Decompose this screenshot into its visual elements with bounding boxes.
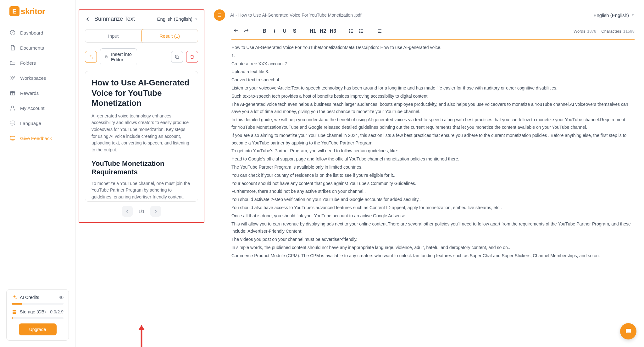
editor-line[interactable]: Convert text to speech 4. — [231, 76, 631, 84]
editor-line[interactable]: The AI-generated voice tech even helps a… — [231, 101, 631, 116]
h3-button[interactable]: H3 — [328, 26, 338, 36]
nav-label: Workspaces — [20, 75, 46, 81]
nav-label: Documents — [20, 45, 44, 51]
language-select[interactable]: English (English) — [157, 16, 198, 22]
undo-button[interactable] — [231, 26, 241, 36]
insert-icon — [105, 54, 108, 59]
editor-line[interactable]: Once all that is done, you should link y… — [231, 212, 631, 220]
undo-icon — [233, 28, 239, 34]
ai-credits-value: 40 — [58, 295, 64, 300]
pager: 1/1 — [85, 202, 198, 217]
editor-line[interactable]: In this detailed guide, we will help you… — [231, 116, 631, 131]
chat-fab[interactable] — [620, 323, 636, 339]
editor-line[interactable]: This will allow you to earn revenue by d… — [231, 220, 631, 236]
svg-point-1 — [11, 76, 12, 78]
h2-button[interactable]: H2 — [318, 26, 328, 36]
editor-line[interactable]: If you are also aiming to monetize your … — [231, 132, 631, 147]
globe-icon — [9, 120, 16, 126]
logo-icon: E — [9, 6, 19, 16]
editor-line[interactable]: Create a free XXX account 2. — [231, 60, 631, 68]
user-icon — [9, 105, 16, 111]
editor-line[interactable]: Your account should not have any content… — [231, 180, 631, 187]
editor-language-select[interactable]: English (English) — [593, 13, 635, 18]
back-icon[interactable] — [85, 16, 91, 22]
editor-line[interactable]: You should activate 2-step verification … — [231, 196, 631, 203]
nav-dashboard[interactable]: Dashboard — [5, 26, 70, 40]
italic-button[interactable]: I — [270, 26, 279, 36]
folder-icon — [9, 60, 16, 66]
redo-icon — [243, 28, 249, 34]
users-icon — [9, 75, 16, 81]
bold-button[interactable]: B — [260, 26, 269, 36]
storage-icon — [12, 309, 17, 315]
delete-button[interactable] — [186, 51, 198, 63]
nav-account[interactable]: My Account — [5, 101, 70, 115]
document-name[interactable]: AI - How to Use AI-Generated Voice For Y… — [230, 13, 588, 18]
editor-line[interactable]: Furthermore, there should not be any act… — [231, 188, 631, 195]
ai-credits-bar — [12, 303, 64, 305]
editor-line[interactable]: To get into YouTube's Partner Program, y… — [231, 147, 631, 155]
nav-label: Dashboard — [20, 30, 43, 35]
credits-box: AI Credits 40 Storage (GB) 0.0/2.9 Upgra… — [6, 289, 69, 341]
trash-icon — [190, 54, 195, 59]
editor-line[interactable]: Such text-to-speech tech provides a host… — [231, 93, 631, 100]
editor-line[interactable]: Upload a text file 3. — [231, 68, 631, 76]
result-heading-2: YouTube Monetization Requirements — [92, 159, 192, 176]
nav-rewards[interactable]: Rewards — [5, 86, 70, 100]
nav-workspaces[interactable]: Workspaces — [5, 71, 70, 85]
editor-line[interactable]: You can check if your country of residen… — [231, 172, 631, 179]
editor-content[interactable]: How to Use AI-Generated Voice For YouTub… — [214, 44, 635, 344]
nav-label: Language — [20, 121, 41, 126]
tab-input[interactable]: Input — [85, 30, 142, 42]
chevron-down-icon — [194, 17, 198, 21]
editor-line[interactable]: Commerce Product Module (CPM): The CPM i… — [231, 252, 631, 260]
tab-result[interactable]: Result (1) — [141, 29, 198, 43]
editor-line[interactable]: Listen to your voiceoverArticle:Text-to-… — [231, 84, 631, 92]
char-count: 11598 — [623, 29, 635, 34]
unordered-list-button[interactable] — [357, 26, 366, 36]
svg-rect-8 — [13, 310, 16, 312]
sidebar: E skritor Dashboard Documents Folders Wo… — [0, 0, 75, 347]
h1-button[interactable]: H1 — [308, 26, 318, 36]
editor-line[interactable]: The videos you post on your channel must… — [231, 236, 631, 243]
copy-icon — [175, 54, 180, 59]
chevron-down-icon — [631, 13, 635, 17]
editor-line[interactable]: Head to Google's official support page a… — [231, 155, 631, 163]
align-button[interactable] — [375, 26, 384, 36]
ordered-list-button[interactable] — [347, 26, 356, 36]
nav-language[interactable]: Language — [5, 116, 70, 130]
editor-line[interactable]: How to Use AI-Generated Voice For YouTub… — [231, 44, 631, 52]
sparkle-icon — [12, 295, 17, 300]
next-page-button[interactable] — [150, 206, 161, 217]
insert-into-editor-button[interactable]: Insert into Editor — [100, 48, 137, 65]
word-count: 1878 — [587, 29, 596, 34]
logo[interactable]: E skritor — [0, 6, 75, 26]
logo-text: skritor — [21, 7, 45, 16]
editor-line[interactable]: In simple words, the published content s… — [231, 244, 631, 252]
nav-folders[interactable]: Folders — [5, 56, 70, 70]
underline-button[interactable]: U — [280, 26, 289, 36]
editor-panel: AI - How to Use AI-Generated Voice For Y… — [208, 0, 644, 347]
sparkle-icon — [88, 54, 94, 60]
nav-label: Give Feedback — [20, 136, 52, 141]
svg-point-2 — [13, 76, 14, 78]
feedback-icon — [9, 135, 16, 141]
summarize-title: Summarize Text — [94, 16, 135, 22]
redo-button[interactable] — [242, 26, 251, 36]
upgrade-button[interactable]: Upgrade — [19, 323, 57, 335]
prev-page-button[interactable] — [122, 206, 133, 217]
editor-line[interactable]: 1. — [231, 52, 631, 60]
nav-label: Rewards — [20, 90, 39, 96]
gauge-icon — [9, 30, 16, 36]
nav-documents[interactable]: Documents — [5, 41, 70, 55]
copy-button[interactable] — [171, 51, 183, 63]
editor-line[interactable]: You should also have access to YouTube's… — [231, 204, 631, 212]
stats: Words 1878 Characters 11598 — [574, 29, 635, 34]
nav-feedback[interactable]: Give Feedback — [5, 131, 70, 145]
editor-line[interactable]: The YouTube Partner Program is available… — [231, 164, 631, 171]
svg-rect-7 — [10, 136, 15, 139]
svg-point-12 — [359, 30, 360, 30]
regenerate-button[interactable] — [85, 51, 97, 63]
strike-button[interactable]: S — [290, 26, 299, 36]
result-card: How to Use AI-Generated Voice for YouTub… — [85, 71, 198, 202]
